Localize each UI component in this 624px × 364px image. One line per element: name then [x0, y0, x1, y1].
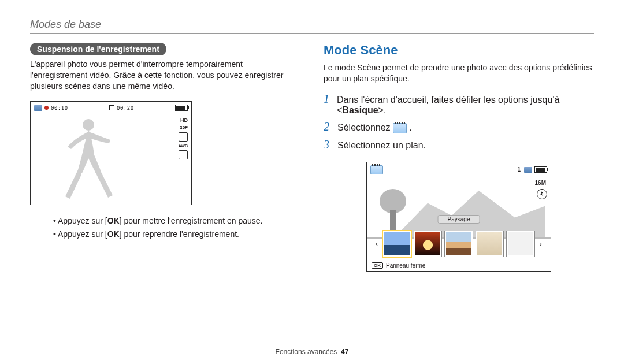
- step-1: Dans l'écran d'accueil, faites défiler l…: [324, 92, 594, 116]
- chevron-right-icon[interactable]: ›: [538, 240, 544, 248]
- remaining-time: 00:20: [117, 105, 134, 111]
- svg-point-0: [83, 119, 94, 131]
- header-rule: [30, 33, 594, 34]
- column-right: Mode Scène Le mode Scène permet de prend…: [324, 43, 594, 272]
- record-icon: [44, 106, 49, 110]
- scene-mode-icon: [393, 123, 407, 133]
- numbered-steps: Dans l'écran d'accueil, faites défiler l…: [324, 92, 594, 151]
- ok-key-label: OK: [372, 262, 383, 269]
- bullet-list: Appuyez sur [OK] pour mettre l'enregistr…: [30, 214, 300, 242]
- scene-thumb-landscape[interactable]: [383, 231, 411, 257]
- fps-badge: 30F: [180, 125, 188, 130]
- chevron-left-icon[interactable]: ‹: [374, 240, 380, 248]
- subheading-pill: Suspension de l'enregistrement: [30, 43, 166, 55]
- scene-name-label: Paysage: [438, 215, 480, 224]
- bold-basique: Basique: [342, 105, 378, 115]
- page-number: 47: [341, 348, 348, 356]
- page-footer: Fonctions avancées 47: [0, 348, 624, 356]
- screenshot-top-bar: 1: [370, 165, 547, 175]
- mountain-shape: [395, 185, 545, 237]
- sd-card-icon: [34, 105, 42, 111]
- ok-key-label: OK: [107, 229, 120, 239]
- ok-key-label: OK: [107, 216, 120, 225]
- bullet-item: Appuyez sur [OK] pour mettre l'enregistr…: [53, 214, 300, 228]
- battery-icon: [534, 166, 547, 173]
- scene-thumb-snow[interactable]: [507, 231, 534, 257]
- section-header: Modes de base: [30, 18, 594, 31]
- bullet-item: Appuyez sur [OK] pour reprendre l'enregi…: [53, 228, 300, 242]
- paragraph: Le mode Scène permet de prendre une phot…: [324, 62, 594, 84]
- hd-badge: HD: [180, 118, 188, 123]
- video-recording-screenshot: 00:10 00:20 HD 30F AWB: [30, 101, 192, 205]
- screenshot-side-indicators: HD 30F AWB: [179, 118, 188, 159]
- sd-card-icon: [524, 167, 532, 173]
- column-left: Suspension de l'enregistrement L'apparei…: [30, 43, 300, 272]
- mode-scene-heading: Mode Scène: [324, 43, 594, 58]
- paragraph: L'appareil photo vous permet d'interromp…: [30, 59, 300, 92]
- screenshot-top-bar: 00:10 00:20: [31, 102, 191, 114]
- scene-thumbnail-strip: ‹ ›: [374, 232, 544, 256]
- dancer-figure: [48, 114, 129, 201]
- scene-thumb-portrait[interactable]: [476, 231, 504, 257]
- step-2: Sélectionnez .: [324, 120, 594, 133]
- shot-counter: 1: [517, 166, 521, 173]
- scene-mode-icon: [370, 165, 383, 174]
- panel-closed-hint: OK Panneau fermé: [372, 262, 425, 269]
- battery-icon: [175, 105, 188, 111]
- manual-page: Modes de base Suspension de l'enregistre…: [0, 0, 624, 364]
- two-column-layout: Suspension de l'enregistrement L'apparei…: [30, 43, 594, 272]
- metering-icon: [179, 132, 188, 142]
- scene-thumb-dawn[interactable]: [445, 231, 473, 257]
- mode-icon: [179, 150, 188, 159]
- scene-mode-screenshot: 1 16M Paysage ‹: [366, 162, 551, 272]
- elapsed-time: 00:10: [51, 105, 68, 111]
- stop-icon: [109, 105, 114, 110]
- footer-label: Fonctions avancées: [276, 348, 337, 356]
- step-3: Sélectionnez un plan.: [324, 138, 594, 151]
- scene-thumb-sunset[interactable]: [414, 231, 442, 257]
- awb-badge: AWB: [179, 144, 188, 148]
